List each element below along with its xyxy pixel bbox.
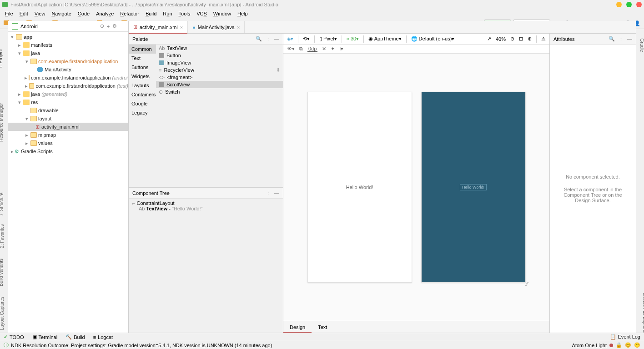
rail-devfile[interactable]: Device File Explorer xyxy=(642,293,644,334)
download-icon[interactable]: ⬇ xyxy=(276,67,280,73)
search-icon[interactable]: 🔍 xyxy=(609,36,615,42)
status-terminal[interactable]: ▣Terminal xyxy=(32,334,58,340)
node-javagen[interactable]: java (generated) xyxy=(31,91,67,97)
palcat-google[interactable]: Google xyxy=(129,99,156,108)
node-layout[interactable]: layout xyxy=(38,116,51,121)
project-view[interactable]: Android xyxy=(20,24,38,29)
palitem-fragment[interactable]: <><fragment> xyxy=(156,74,283,81)
maximize-icon[interactable] xyxy=(626,2,632,7)
api-select[interactable]: ≈ 30▾ xyxy=(347,36,359,42)
pack-icon[interactable]: I▾ xyxy=(339,46,343,52)
status-logcat[interactable]: ≡Logcat xyxy=(93,334,113,340)
palitem-recyclerview[interactable]: ≡RecyclerView⬇ xyxy=(156,66,283,74)
gear-icon[interactable]: ⋮ xyxy=(266,36,271,42)
tab-mainactivity[interactable]: ●MainActivity.java× xyxy=(188,21,245,33)
palcat-buttons[interactable]: Buttons xyxy=(129,63,156,72)
rail-favorites[interactable]: 2: Favorites xyxy=(0,224,5,248)
node-gradle[interactable]: Gradle Scripts xyxy=(21,149,53,154)
menu-refactor[interactable]: Refactor xyxy=(117,11,142,16)
palitem-imageview[interactable]: ImageView xyxy=(156,59,283,66)
status-eventlog[interactable]: 📋 Event Log xyxy=(610,334,640,340)
zoom-in-icon[interactable]: ⊕ xyxy=(528,36,532,42)
gear-icon[interactable]: ⚙ xyxy=(112,23,117,29)
hide-icon[interactable]: — xyxy=(120,24,125,29)
rail-gradle[interactable]: Gradle xyxy=(639,38,644,52)
menu-vcs[interactable]: VCS xyxy=(193,11,210,16)
magnet-icon[interactable]: ⧉ xyxy=(299,46,303,52)
tab-text[interactable]: Text xyxy=(312,321,333,333)
menu-navigate[interactable]: Navigate xyxy=(48,11,74,16)
margin-select[interactable]: 0dp xyxy=(307,46,317,52)
rail-buildvar[interactable]: Build Variants xyxy=(0,259,4,286)
lock-icon[interactable]: 🔒 xyxy=(616,342,622,348)
hide-icon[interactable]: — xyxy=(274,190,279,196)
search-icon[interactable]: 🔍 xyxy=(256,36,262,42)
palcat-containers[interactable]: Containers xyxy=(129,90,156,99)
face-icon[interactable]: 😐 xyxy=(634,342,640,348)
close-icon[interactable]: × xyxy=(237,25,240,30)
rail-project[interactable]: 1: Project xyxy=(0,49,3,68)
node-actxml[interactable]: activity_main.xml xyxy=(41,124,80,130)
ct-root[interactable]: ⌐ ConstraintLayout xyxy=(132,200,279,206)
menu-code[interactable]: Code xyxy=(75,11,93,16)
palcat-text[interactable]: Text xyxy=(129,54,156,63)
theme-select[interactable]: ◉ AppTheme▾ xyxy=(368,36,401,42)
clear-icon[interactable]: ✕ xyxy=(322,46,326,52)
palcat-layouts[interactable]: Layouts xyxy=(129,81,156,90)
menu-analyze[interactable]: Analyze xyxy=(93,11,117,16)
palitem-scrollview[interactable]: ScrollView xyxy=(156,81,283,88)
menu-run[interactable]: Run xyxy=(160,11,175,16)
menu-tools[interactable]: Tools xyxy=(176,11,194,16)
menu-file[interactable]: File xyxy=(2,11,16,16)
resize-icon[interactable]: ⁄⁄ xyxy=(526,281,528,287)
device-preview[interactable]: Hello World! xyxy=(307,92,412,283)
locale-select[interactable]: 🌐 Default (en-us)▾ xyxy=(411,36,455,42)
status-build[interactable]: 🔨Build xyxy=(65,334,85,340)
node-pkg2[interactable]: com.example.firstandroidapplication (and… xyxy=(31,75,128,80)
menu-window[interactable]: Window xyxy=(210,11,234,16)
eye-icon[interactable]: 👁▾ xyxy=(287,46,295,52)
node-pkg1[interactable]: com.example.firstandroidapplication xyxy=(38,59,118,64)
theme-label[interactable]: Atom One Light xyxy=(572,343,607,348)
zoom-out-icon[interactable]: ⊖ xyxy=(510,36,514,42)
device-blueprint[interactable]: Hello World! ⁄⁄ xyxy=(421,92,526,283)
palcat-common[interactable]: Common xyxy=(129,45,156,54)
palcat-legacy[interactable]: Legacy xyxy=(129,108,156,117)
menu-edit[interactable]: Edit xyxy=(16,11,31,16)
zoom-fit-icon[interactable]: ⊡ xyxy=(519,36,523,42)
menu-help[interactable]: Help xyxy=(234,11,251,16)
close-icon[interactable] xyxy=(636,2,642,7)
hide-icon[interactable]: — xyxy=(627,36,632,42)
device-icon[interactable]: ▯ Pixel▾ xyxy=(319,36,337,42)
hide-icon[interactable]: — xyxy=(274,36,279,42)
palcat-widgets[interactable]: Widgets xyxy=(129,72,156,81)
tab-design[interactable]: Design xyxy=(283,321,312,333)
ct-textview[interactable]: Ab TextView - "Hello World!" xyxy=(132,206,279,211)
warn-icon[interactable]: ⚠ xyxy=(541,36,546,42)
face-icon[interactable]: 😊 xyxy=(625,342,631,348)
node-values[interactable]: values xyxy=(38,140,53,146)
gear-icon[interactable]: ⋮ xyxy=(619,36,624,42)
collapse-icon[interactable]: ÷ xyxy=(107,24,110,29)
rail-layoutcap[interactable]: Layout Captures xyxy=(0,297,5,330)
palitem-switch[interactable]: ⊙Switch xyxy=(156,88,283,95)
status-todo[interactable]: ✔TODO xyxy=(4,334,24,340)
infer-icon[interactable]: ✦ xyxy=(331,46,335,52)
menu-build[interactable]: Build xyxy=(142,11,160,16)
node-app[interactable]: app xyxy=(24,34,33,40)
node-java[interactable]: java xyxy=(31,50,40,56)
close-icon[interactable]: × xyxy=(180,25,183,30)
target-icon[interactable]: ⊙ xyxy=(100,23,104,29)
rail-resmgr[interactable]: Resource Manager xyxy=(0,103,4,142)
node-drawable[interactable]: drawable xyxy=(38,108,59,113)
canvas[interactable]: Hello World! Hello World! ⁄⁄ xyxy=(283,54,549,321)
minimize-icon[interactable] xyxy=(616,2,622,7)
tab-activity-xml[interactable]: ⊞activity_main.xml× xyxy=(129,21,188,33)
node-manifests[interactable]: manifests xyxy=(31,42,52,48)
node-pkg3[interactable]: com.example.firstandroidapplication (tes… xyxy=(35,83,128,89)
node-res[interactable]: res xyxy=(31,100,38,105)
orientation-icon[interactable]: ⟲▾ xyxy=(303,36,310,42)
surface-icon[interactable]: ◈▾ xyxy=(287,36,293,42)
node-mipmap[interactable]: mipmap xyxy=(38,132,56,138)
palitem-button[interactable]: Button xyxy=(156,52,283,59)
